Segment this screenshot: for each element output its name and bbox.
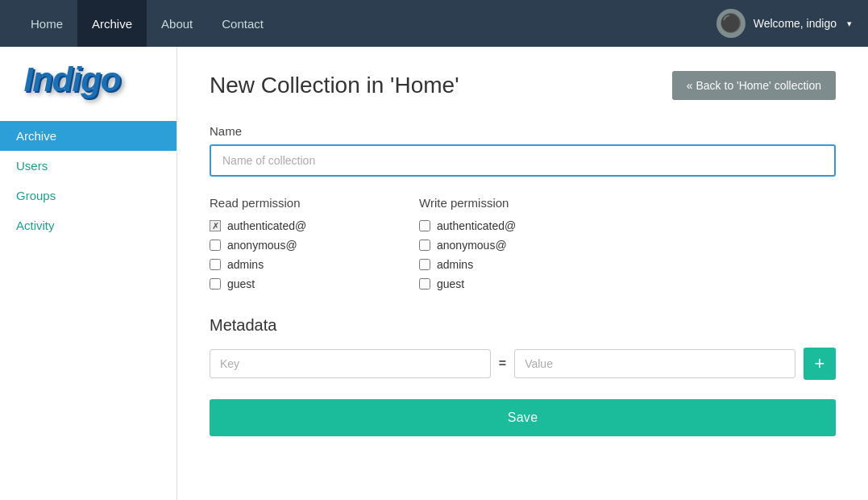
nav-contact[interactable]: Contact <box>207 0 278 47</box>
write-permission-title: Write permission <box>419 196 596 210</box>
sidebar: Indigo Archive Users Groups Activity <box>0 47 177 500</box>
read-check-authenticated-icon[interactable]: ✗ <box>210 220 221 231</box>
logo: Indigo <box>24 63 153 97</box>
name-section: Name <box>210 124 836 177</box>
page-title: New Collection in 'Home' <box>210 73 459 98</box>
save-button[interactable]: Save <box>210 399 836 436</box>
read-check-guest[interactable] <box>210 278 221 290</box>
write-check-authenticated[interactable] <box>419 220 430 231</box>
navbar-links: Home Archive About Contact <box>16 0 716 47</box>
permissions-row: Read permission ✗ authenticated@ anonymo… <box>210 196 836 297</box>
write-perm-anonymous: anonymous@ <box>419 239 596 252</box>
sidebar-item-groups[interactable]: Groups <box>0 181 177 210</box>
nav-home[interactable]: Home <box>16 0 77 47</box>
layout: Indigo Archive Users Groups Activity New… <box>0 47 868 500</box>
navbar: Home Archive About Contact ⚫ Welcome, in… <box>0 0 868 47</box>
read-label-admins: admins <box>227 258 264 271</box>
dropdown-caret-icon: ▾ <box>847 19 852 29</box>
user-menu[interactable]: ⚫ Welcome, indigo ▾ <box>716 9 852 38</box>
sidebar-nav: Archive Users Groups Activity <box>0 121 177 240</box>
write-check-guest[interactable] <box>419 278 430 290</box>
read-perm-authenticated: ✗ authenticated@ <box>210 219 387 232</box>
read-label-guest: guest <box>227 277 255 290</box>
read-check-anonymous[interactable] <box>210 240 221 251</box>
write-perm-guest: guest <box>419 277 596 290</box>
sidebar-item-users[interactable]: Users <box>0 151 177 181</box>
write-label-admins: admins <box>437 258 473 271</box>
metadata-row: = + <box>210 348 836 380</box>
write-check-anonymous[interactable] <box>419 240 430 251</box>
name-label: Name <box>210 124 836 138</box>
read-permission-title: Read permission <box>210 196 387 210</box>
metadata-section: Metadata = + <box>210 316 836 380</box>
nav-archive[interactable]: Archive <box>77 0 147 47</box>
write-perm-authenticated: authenticated@ <box>419 219 596 232</box>
equals-sign: = <box>499 356 506 371</box>
read-perm-anonymous: anonymous@ <box>210 239 387 252</box>
metadata-title: Metadata <box>210 316 836 335</box>
avatar-icon: ⚫ <box>720 13 741 34</box>
sidebar-item-activity[interactable]: Activity <box>0 210 177 240</box>
read-label-anonymous: anonymous@ <box>227 239 297 252</box>
logo-area: Indigo <box>24 63 153 97</box>
nav-about[interactable]: About <box>147 0 207 47</box>
main-content: New Collection in 'Home' « Back to 'Home… <box>177 47 868 500</box>
user-greeting: Welcome, indigo <box>754 17 837 30</box>
value-input[interactable] <box>514 349 795 378</box>
write-label-guest: guest <box>437 277 464 290</box>
write-perm-admins: admins <box>419 258 596 271</box>
write-check-admins[interactable] <box>419 259 430 270</box>
read-permission-group: Read permission ✗ authenticated@ anonymo… <box>210 196 387 297</box>
read-check-admins[interactable] <box>210 259 221 270</box>
name-input[interactable] <box>210 144 836 177</box>
page-header: New Collection in 'Home' « Back to 'Home… <box>210 71 836 100</box>
key-input[interactable] <box>210 349 491 378</box>
write-label-authenticated: authenticated@ <box>437 219 516 232</box>
read-label-authenticated: authenticated@ <box>227 219 306 232</box>
back-button[interactable]: « Back to 'Home' collection <box>672 71 836 100</box>
sidebar-item-archive[interactable]: Archive <box>0 121 177 151</box>
read-perm-admins: admins <box>210 258 387 271</box>
avatar: ⚫ <box>716 9 745 38</box>
read-perm-guest: guest <box>210 277 387 290</box>
write-permission-group: Write permission authenticated@ anonymou… <box>419 196 596 297</box>
add-metadata-button[interactable]: + <box>804 348 836 380</box>
write-label-anonymous: anonymous@ <box>437 239 507 252</box>
